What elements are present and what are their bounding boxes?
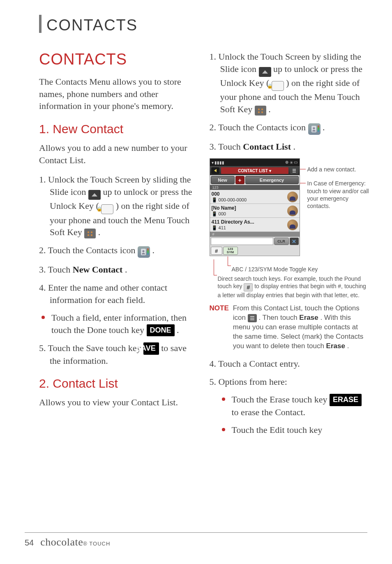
svg-point-5 <box>143 250 145 252</box>
footer: 54 chocolate® TOUCH <box>25 532 367 548</box>
contact-number: 📱 411 <box>212 225 287 230</box>
status-icons: ⊕ ⚹ ▭ <box>285 160 298 165</box>
close-button[interactable]: ✕ <box>290 238 299 245</box>
cl-step-1: 1. Unlock the Touch Screen by sliding th… <box>210 51 368 116</box>
avatar-icon <box>287 206 298 216</box>
phone-title-bar: CONTACT LIST ▾ <box>210 166 300 175</box>
section-contacts-title: CONTACTS <box>39 51 197 68</box>
phone-screenshot: ▾ ▮▮▮▮ ⊕ ⚹ ▭ CONTACT LIST ▾ New + Emerge… <box>210 158 300 256</box>
done-button-graphic: DONE <box>147 324 175 336</box>
brand-name: chocolate <box>40 536 83 548</box>
left-column: CONTACTS The Contacts Menu allows you to… <box>39 51 197 442</box>
contact-number: 📱 000-000-0000 <box>212 197 287 202</box>
page-number: 54 <box>25 538 34 548</box>
cl-step-2: 2. Touch the Contacts icon . <box>210 121 368 135</box>
svg-point-1 <box>91 231 92 233</box>
svg-rect-12 <box>293 169 296 170</box>
page: CONTACTS CONTACTS The Contacts Menu allo… <box>0 0 392 564</box>
options-icon <box>248 314 257 322</box>
text: . <box>152 245 155 255</box>
erase-button-graphic: ERASE <box>330 394 362 406</box>
cl-step-4: 4. Touch a Contact entry. <box>210 358 368 370</box>
new-button[interactable]: New <box>211 176 235 184</box>
svg-rect-16 <box>250 318 254 319</box>
index-123: 123 <box>210 185 300 190</box>
text: 2. Touch the Contacts icon <box>210 122 308 132</box>
brand-sub: ® TOUCH <box>83 541 110 547</box>
note: NOTE From this Contact List, touch the O… <box>210 304 368 351</box>
intro-text: The Contacts Menu allows you to store na… <box>39 76 197 112</box>
text: 3. Touch <box>210 141 243 152</box>
note-body: From this Contact List, touch the Option… <box>233 304 367 351</box>
svg-point-9 <box>261 111 263 113</box>
contact-name: [No Name] <box>212 206 287 211</box>
text: 2. Touch the Contacts icon <box>39 245 138 255</box>
nc-step-4: 4. Enter the name and other contact info… <box>39 282 197 306</box>
text: . <box>323 122 325 132</box>
sym-toggle-key[interactable]: 123 SYM <box>223 247 238 255</box>
avatar-icon <box>287 192 298 202</box>
side-rule <box>39 15 42 33</box>
phone-status-bar: ▾ ▮▮▮▮ ⊕ ⚹ ▭ <box>210 159 300 166</box>
slide-up-icon <box>88 190 101 200</box>
cl-option-bullets: Touch the Erase touch key ERASE to erase… <box>219 393 368 436</box>
new-contact-label: New Contact <box>73 264 123 275</box>
pound-icon: # <box>244 283 253 291</box>
options-button[interactable] <box>290 167 298 174</box>
svg-rect-14 <box>293 172 296 173</box>
search-row: CLR ✕ <box>210 237 300 246</box>
phone-wrap: Add a new contact. In Case of Emergency:… <box>210 158 368 263</box>
title-contact-list[interactable]: CONTACT LIST ▾ <box>221 167 288 174</box>
clr-button[interactable]: CLR <box>274 238 289 245</box>
svg-point-3 <box>91 234 92 236</box>
contact-row-1[interactable]: 000 📱 000-000-0000 <box>210 190 300 204</box>
svg-point-0 <box>88 231 89 233</box>
contacts-icon <box>138 246 150 258</box>
nc-step5-list: 5. Touch the Save touch key SAVE to save… <box>39 342 197 367</box>
contact-row-2[interactable]: [No Name] 📱 000 <box>210 204 300 218</box>
nc-step-3: 3. Touch New Contact . <box>39 264 197 276</box>
menu-soft-key-icon <box>255 106 266 116</box>
note-label: NOTE <box>210 304 229 351</box>
search-input[interactable] <box>211 238 273 245</box>
callout-abc-sym: ABC / 123/SYM Mode Toggle Key <box>225 266 368 273</box>
emergency-button[interactable]: Emergency <box>245 176 299 184</box>
new-contact-steps: 1. Unlock the Touch Screen by sliding th… <box>39 173 197 306</box>
add-contact-button[interactable]: + <box>235 176 244 184</box>
nc-bullets: Touch a field, enter information, then t… <box>39 312 197 336</box>
pound-key[interactable]: # <box>211 247 222 255</box>
back-button[interactable] <box>211 167 219 174</box>
nc-step-5: 5. Touch the Save touch key SAVE to save… <box>39 342 197 367</box>
cl-option-erase: Touch the Erase touch key ERASE to erase… <box>219 393 368 418</box>
phone-toolbar: New + Emergency <box>210 175 300 185</box>
signal-icon: ▾ ▮▮▮▮ <box>212 160 225 165</box>
svg-point-6 <box>258 109 260 110</box>
svg-point-8 <box>258 111 260 113</box>
new-contact-intro: Allows you to add a new number to your C… <box>39 142 197 166</box>
contact-number: 📱 000 <box>212 211 287 216</box>
slide-up-icon <box>259 67 271 77</box>
cl-step-5: 5. Options from here: <box>210 376 368 388</box>
svg-point-11 <box>313 127 315 129</box>
contact-row-3[interactable]: 411 Directory As... 📱 411 <box>210 218 300 232</box>
unlock-key-icon: 🔒 <box>272 81 284 91</box>
text: . <box>177 325 179 335</box>
text: 5. Touch the Save touch key <box>39 343 143 353</box>
cl-steps-4-5: 4. Touch a Contact entry. 5. Options fro… <box>210 358 368 388</box>
nc-step-2: 2. Touch the Contacts icon . <box>39 244 197 258</box>
nc-bullet-1: Touch a field, enter information, then t… <box>39 312 197 336</box>
contact-name: 000 <box>212 192 287 197</box>
unlock-key-icon: 🔒 <box>101 204 113 214</box>
text: 3. Touch <box>39 264 73 275</box>
contact-list-heading: 2. Contact List <box>39 377 197 391</box>
cl-steps-1-3: 1. Unlock the Touch Screen by sliding th… <box>210 51 368 153</box>
save-button-graphic: SAVE <box>143 342 159 354</box>
bottom-row: # 123 SYM <box>210 246 300 256</box>
text: . <box>293 141 296 152</box>
contact-list-intro: Allows you to view your Contact List. <box>39 396 197 409</box>
callout-direct-search: Direct search touch keys. For example, t… <box>211 275 368 299</box>
svg-rect-17 <box>250 319 254 320</box>
contacts-icon <box>308 123 321 135</box>
right-column: 1. Unlock the Touch Screen by sliding th… <box>210 51 368 442</box>
index-hash: # <box>210 232 300 237</box>
